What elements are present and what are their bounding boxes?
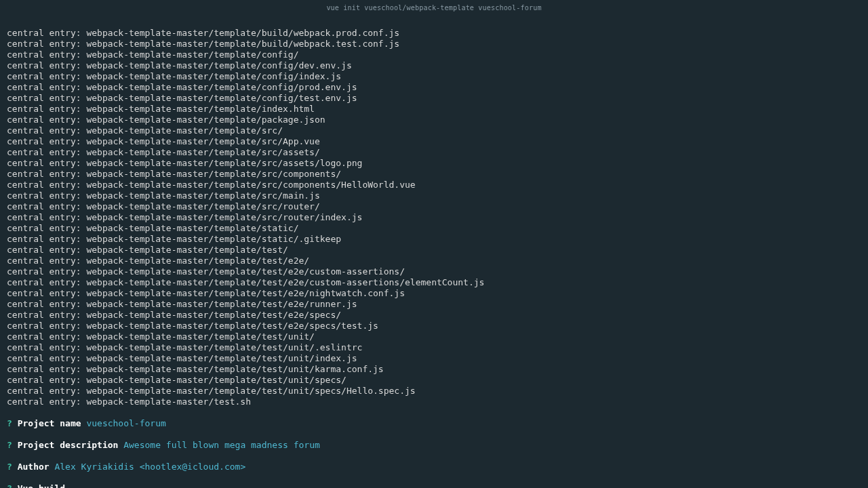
log-line: central entry: webpack-template-master/t… bbox=[7, 115, 861, 125]
log-line: central entry: webpack-template-master/t… bbox=[7, 147, 861, 158]
terminal-output[interactable]: central entry: webpack-template-master/t… bbox=[0, 14, 868, 488]
log-line: central entry: webpack-template-master/t… bbox=[7, 104, 861, 115]
log-line: central entry: webpack-template-master/t… bbox=[7, 353, 861, 364]
log-line: central entry: webpack-template-master/t… bbox=[7, 201, 861, 212]
log-line: central entry: webpack-template-master/t… bbox=[7, 364, 861, 375]
prompt-label: Project name bbox=[18, 418, 81, 428]
log-line: central entry: webpack-template-master/t… bbox=[7, 331, 861, 342]
log-line: central entry: webpack-template-master/t… bbox=[7, 60, 861, 71]
prompt-value: Alex Kyriakidis <hootlex@icloud.com> bbox=[54, 462, 245, 472]
log-line: central entry: webpack-template-master/t… bbox=[7, 39, 861, 49]
log-line: central entry: webpack-template-master/t… bbox=[7, 396, 861, 407]
prompt-author: ? Author Alex Kyriakidis <hootlex@icloud… bbox=[7, 462, 861, 472]
log-line: central entry: webpack-template-master/t… bbox=[7, 28, 861, 39]
log-line: central entry: webpack-template-master/t… bbox=[7, 158, 861, 169]
log-line: central entry: webpack-template-master/t… bbox=[7, 310, 861, 321]
log-line: central entry: webpack-template-master/t… bbox=[7, 266, 861, 277]
prompt-value: Awesome full blown mega madness forum bbox=[123, 440, 320, 450]
prompt-vue-build: ? Vue build bbox=[7, 483, 861, 488]
log-line: central entry: webpack-template-master/t… bbox=[7, 71, 861, 82]
question-mark-icon: ? bbox=[7, 418, 12, 428]
log-line: central entry: webpack-template-master/t… bbox=[7, 136, 861, 147]
prompt-value: vueschool-forum bbox=[86, 418, 165, 428]
prompt-label: Author bbox=[18, 462, 50, 472]
log-line: central entry: webpack-template-master/t… bbox=[7, 125, 861, 136]
question-mark-icon: ? bbox=[7, 462, 12, 472]
log-lines: central entry: webpack-template-master/t… bbox=[7, 28, 861, 407]
question-mark-icon: ? bbox=[7, 440, 12, 450]
log-line: central entry: webpack-template-master/t… bbox=[7, 180, 861, 190]
log-line: central entry: webpack-template-master/t… bbox=[7, 223, 861, 234]
log-line: central entry: webpack-template-master/t… bbox=[7, 299, 861, 310]
log-line: central entry: webpack-template-master/t… bbox=[7, 169, 861, 180]
log-line: central entry: webpack-template-master/t… bbox=[7, 256, 861, 266]
log-line: central entry: webpack-template-master/t… bbox=[7, 321, 861, 331]
log-line: central entry: webpack-template-master/t… bbox=[7, 386, 861, 396]
prompt-label: Project description bbox=[18, 440, 119, 450]
prompt-project-description: ? Project description Awesome full blown… bbox=[7, 440, 861, 451]
log-line: central entry: webpack-template-master/t… bbox=[7, 93, 861, 104]
log-line: central entry: webpack-template-master/t… bbox=[7, 190, 861, 201]
log-line: central entry: webpack-template-master/t… bbox=[7, 375, 861, 386]
log-line: central entry: webpack-template-master/t… bbox=[7, 277, 861, 288]
prompt-project-name: ? Project name vueschool-forum bbox=[7, 418, 861, 429]
log-line: central entry: webpack-template-master/t… bbox=[7, 212, 861, 223]
question-mark-icon: ? bbox=[7, 483, 12, 488]
log-line: central entry: webpack-template-master/t… bbox=[7, 245, 861, 256]
log-line: central entry: webpack-template-master/t… bbox=[7, 82, 861, 93]
log-line: central entry: webpack-template-master/t… bbox=[7, 288, 861, 299]
log-line: central entry: webpack-template-master/t… bbox=[7, 49, 861, 60]
log-line: central entry: webpack-template-master/t… bbox=[7, 234, 861, 245]
window-title: vue init vueschool/webpack-template vues… bbox=[0, 0, 868, 14]
prompt-label: Vue build bbox=[18, 483, 65, 488]
log-line: central entry: webpack-template-master/t… bbox=[7, 342, 861, 353]
